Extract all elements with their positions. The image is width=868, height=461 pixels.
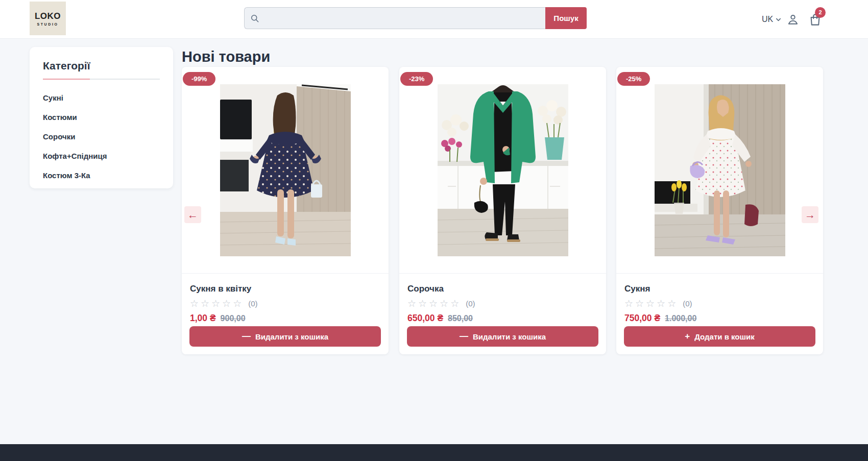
category-item: Сорочки <box>43 132 160 141</box>
sidebar-item-suit-3pc[interactable]: Костюм 3-Ка <box>43 171 90 180</box>
cart-button-label: Додати в кошик <box>694 332 755 341</box>
sidebar-item-top-skirt[interactable]: Кофта+Спідниця <box>43 152 107 160</box>
discount-badge: -23% <box>400 72 433 86</box>
old-price: 900,00 <box>221 314 246 323</box>
product-rating: ☆☆☆☆☆ (0) <box>624 299 815 308</box>
logo-subtext: STUDIO <box>37 22 58 26</box>
current-price: 750,00 ₴ <box>624 313 660 324</box>
old-price: 850,00 <box>448 314 473 323</box>
account-button[interactable] <box>786 0 800 39</box>
sidebar-item-shirts[interactable]: Сорочки <box>43 132 75 141</box>
header: LOKO STUDIO Пошук UK 2 <box>0 0 868 39</box>
category-item: Костюми <box>43 113 160 122</box>
price-row: 1,00 ₴ 900,00 <box>190 313 380 324</box>
rating-count: (0) <box>466 299 475 308</box>
search-bar: Пошук <box>244 7 587 29</box>
search-icon <box>250 13 260 23</box>
cart-button[interactable]: 2 <box>808 0 822 39</box>
discount-badge: -25% <box>617 72 650 86</box>
product-rating: ☆☆☆☆☆ (0) <box>407 299 598 308</box>
rating-count: (0) <box>683 299 692 308</box>
cart-bag-icon: 2 <box>808 13 822 27</box>
price-row: 750,00 ₴ 1.000,00 <box>624 313 815 324</box>
logo[interactable]: LOKO STUDIO <box>30 2 66 35</box>
star-icons: ☆☆☆☆☆ <box>190 299 244 308</box>
star-icons: ☆☆☆☆☆ <box>624 299 678 308</box>
sidebar-title: Категорії <box>43 60 160 72</box>
search-box[interactable] <box>244 7 545 29</box>
rating-count: (0) <box>248 299 257 308</box>
search-button[interactable]: Пошук <box>545 7 587 29</box>
category-item: Костюм 3-Ка <box>43 171 160 180</box>
categories-sidebar: Категорії Сукні Костюми Сорочки Кофта+Сп… <box>30 47 173 188</box>
old-price: 1.000,00 <box>665 314 696 323</box>
product-info: Сорочка ☆☆☆☆☆ (0) 650,00 ₴ 850,00 <box>399 273 606 324</box>
language-selector[interactable]: UK <box>762 0 781 39</box>
product-info: Сукня ☆☆☆☆☆ (0) 750,00 ₴ 1.000,00 <box>616 273 823 324</box>
remove-from-cart-button[interactable]: — Видалити з кошика <box>407 326 598 347</box>
product-image[interactable] <box>616 67 823 273</box>
add-to-cart-button[interactable]: + Додати в кошик <box>624 326 815 347</box>
category-item: Кофта+Спідниця <box>43 152 160 161</box>
cart-button-label: Видалити з кошика <box>255 332 328 341</box>
category-item: Сукні <box>43 93 160 103</box>
user-icon <box>786 13 800 26</box>
logo-text: LOKO <box>35 11 61 21</box>
language-label: UK <box>762 15 773 24</box>
current-price: 650,00 ₴ <box>407 313 443 324</box>
chevron-down-icon <box>776 17 781 22</box>
cart-count-badge: 2 <box>815 7 826 18</box>
product-name[interactable]: Сукня в квітку <box>190 284 380 294</box>
product-info: Сукня в квітку ☆☆☆☆☆ (0) 1,00 ₴ 900,00 <box>182 273 389 324</box>
star-icons: ☆☆☆☆☆ <box>407 299 461 308</box>
sidebar-item-dresses[interactable]: Сукні <box>43 93 63 102</box>
product-card: -25% <box>616 67 823 354</box>
product-name[interactable]: Сукня <box>624 284 815 294</box>
product-image[interactable] <box>399 67 606 273</box>
current-price: 1,00 ₴ <box>190 313 216 324</box>
product-image[interactable] <box>182 67 389 273</box>
cart-button-label: Видалити з кошика <box>473 332 546 341</box>
product-card: -99% <box>182 67 389 354</box>
product-card: -23% <box>399 67 606 354</box>
minus-icon: — <box>242 331 251 342</box>
remove-from-cart-button[interactable]: — Видалити з кошика <box>189 326 381 347</box>
discount-badge: -99% <box>183 72 215 86</box>
product-photo-green-shirt <box>438 84 568 256</box>
price-row: 650,00 ₴ 850,00 <box>407 313 598 324</box>
carousel-next-button[interactable]: → <box>802 206 818 223</box>
product-name[interactable]: Сорочка <box>407 284 598 294</box>
minus-icon: — <box>460 331 468 342</box>
footer <box>0 444 868 461</box>
page-title: Нові товари <box>182 48 270 65</box>
product-rating: ☆☆☆☆☆ (0) <box>190 299 380 308</box>
search-input[interactable] <box>263 14 540 22</box>
plus-icon: + <box>685 331 690 342</box>
arrow-right-icon: → <box>805 209 815 221</box>
product-photo-white-dress <box>655 84 785 256</box>
arrow-left-icon: ← <box>187 209 198 221</box>
category-list: Сукні Костюми Сорочки Кофта+Спідниця Кос… <box>43 93 160 180</box>
sidebar-divider <box>43 79 160 80</box>
carousel-prev-button[interactable]: ← <box>184 206 201 223</box>
product-photo-navy-dress <box>220 84 351 256</box>
sidebar-item-suits[interactable]: Костюми <box>43 113 77 122</box>
